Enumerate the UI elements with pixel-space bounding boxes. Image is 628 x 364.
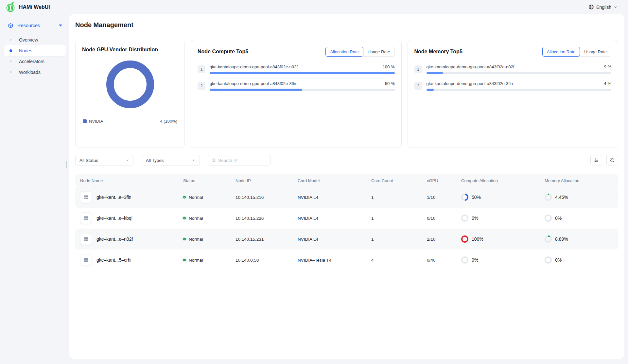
language-label: English [596, 5, 611, 10]
allocation-rate-tab[interactable]: Allocation Rate [542, 47, 580, 57]
node-ip: 10.140.15.216 [231, 195, 293, 200]
legend-swatch [83, 119, 87, 123]
card-count: 1 [366, 195, 422, 200]
card-count: 4 [366, 258, 422, 263]
gpu-vendor-card: Node GPU Vendor Distribution NVIDIA 4 (1… [75, 40, 185, 148]
status-filter-select[interactable]: All Status [75, 155, 133, 165]
compute-top5-card: Node Compute Top5 Allocation Rate Usage … [191, 40, 402, 148]
status-normal-icon [183, 238, 186, 240]
legend-item: NVIDIA 4 (100%) [82, 119, 178, 124]
vgpu: 0/40 [422, 258, 456, 263]
brand: HAMi WebUI [0, 2, 50, 12]
vgpu: 1/10 [422, 195, 456, 200]
top5-node-name: gke-kantaloupe-demo-gpu-pool-a843f02e-n0… [427, 64, 515, 69]
sidebar-item-label: Workloads [19, 70, 41, 75]
status-normal-icon [183, 259, 186, 261]
allocation-rate-tab[interactable]: Allocation Rate [325, 47, 363, 57]
column-settings-button[interactable] [590, 155, 602, 165]
rank-badge: 1 [414, 65, 422, 73]
table-header: Node Name Status Node IP Card Model Card… [75, 174, 618, 187]
table-row[interactable]: gke–kant...e–3fln Normal 10.140.15.216 N… [75, 187, 618, 208]
progress-bar [427, 89, 612, 91]
scrollbar-thumb[interactable] [66, 161, 67, 168]
tree-dot [10, 39, 11, 41]
sidebar-item-nodes[interactable]: Nodes [4, 45, 66, 56]
column-settings-icon [594, 158, 599, 163]
sidebar-group-resources[interactable]: Resources [0, 21, 69, 30]
memory-allocation-value: 8.89% [555, 236, 568, 242]
usage-rate-tab[interactable]: Usage Rate [580, 47, 611, 57]
top5-row: 1 gke-kantaloupe-demo-gpu-pool-a843f02e-… [198, 64, 395, 74]
sidebar-item-accelerators[interactable]: Accelerators [4, 56, 66, 67]
memory-top5-card: Node Memory Top5 Allocation Rate Usage R… [408, 40, 619, 148]
card-count: 1 [366, 216, 422, 221]
node-icon [80, 212, 92, 224]
memory-allocation-value: 4.45% [555, 195, 568, 200]
card-title: Node GPU Vendor Distribution [82, 47, 158, 53]
nodes-table: Node Name Status Node IP Card Model Card… [75, 174, 618, 270]
table-row[interactable]: gke–kant...5–crhi Normal 10.140.0.58 NVI… [75, 250, 618, 270]
language-selector[interactable]: English [588, 4, 618, 10]
chevron-down-icon [192, 158, 196, 162]
sidebar-item-label: Overview [19, 37, 38, 43]
top5-value: 9 % [604, 64, 611, 69]
node-name[interactable]: gke–kant...5–crhi [96, 257, 131, 263]
sidebar-item-overview[interactable]: Overview [4, 34, 66, 45]
memory-allocation-ring [545, 256, 552, 264]
legend-label: NVIDIA [89, 119, 103, 124]
node-ip: 10.140.0.58 [231, 258, 293, 263]
memory-allocation-ring [545, 215, 552, 222]
usage-rate-tab[interactable]: Usage Rate [363, 47, 395, 57]
node-icon [80, 254, 92, 266]
search-ip-input[interactable] [218, 158, 261, 163]
compute-allocation-value: 50% [472, 195, 481, 200]
memory-rate-toggle: Allocation Rate Usage Rate [542, 47, 611, 57]
sidebar: Resources Overview Nodes Accelerators Wo… [0, 14, 69, 364]
status-label: Normal [189, 237, 203, 242]
table-row[interactable]: gke–kant...e–n02f Normal 10.140.15.231 N… [75, 229, 618, 250]
node-name[interactable]: gke–kant...e–n02f [96, 236, 133, 242]
table-row[interactable]: gke–kant...e–kbql Normal 10.140.15.226 N… [75, 208, 618, 229]
sidebar-item-label: Accelerators [19, 59, 44, 64]
refresh-button[interactable] [606, 155, 618, 165]
card-model: NVIDIA L4 [293, 195, 366, 200]
compute-allocation-value: 0% [472, 216, 478, 221]
sidebar-tree: Overview Nodes Accelerators Workloads [0, 34, 69, 78]
top5-row: 1 gke-kantaloupe-demo-gpu-pool-a843f02e-… [414, 64, 612, 74]
node-name[interactable]: gke–kant...e–kbql [96, 216, 132, 221]
status-normal-icon [183, 196, 186, 199]
top-bar: HAMi WebUI English [0, 0, 628, 14]
rank-badge: 2 [198, 82, 205, 90]
card-title: Node Memory Top5 [414, 49, 462, 55]
node-icon [80, 191, 92, 203]
page-title: Node Management [75, 20, 618, 29]
card-title: Node Compute Top5 [198, 49, 248, 55]
top5-node-name: gke-kantaloupe-demo-gpu-pool-a843f02e-3f… [210, 81, 296, 86]
node-icon [80, 233, 92, 245]
stat-cards-row: Node GPU Vendor Distribution NVIDIA 4 (1… [75, 40, 618, 148]
tree-dot [9, 49, 12, 52]
top5-node-name: gke-kantaloupe-demo-gpu-pool-a843f02e-n0… [210, 64, 298, 69]
sidebar-item-label: Nodes [19, 48, 32, 53]
caret-down-icon [59, 25, 62, 26]
type-filter-select[interactable]: All Types [142, 155, 200, 165]
card-model: NVIDIA L4 [293, 237, 366, 242]
legend-value: 4 (100%) [160, 119, 177, 124]
tree-dot [10, 61, 11, 62]
memory-allocation-ring [545, 194, 552, 201]
sidebar-divider [7, 16, 63, 16]
compute-allocation-value: 100% [472, 236, 483, 242]
sidebar-item-workloads[interactable]: Workloads [4, 67, 66, 78]
chevron-down-icon [125, 158, 129, 162]
progress-bar [210, 89, 395, 91]
node-name[interactable]: gke–kant...e–3fln [96, 195, 131, 200]
memory-allocation-value: 0% [555, 257, 562, 263]
compute-allocation-value: 0% [472, 257, 478, 263]
refresh-icon [610, 158, 615, 163]
top5-row: 2 gke-kantaloupe-demo-gpu-pool-a843f02e-… [414, 81, 612, 91]
rank-badge: 2 [414, 82, 422, 90]
progress-bar [210, 72, 395, 74]
compute-rate-toggle: Allocation Rate Usage Rate [325, 47, 394, 57]
main-panel: Node Management Node GPU Vendor Distribu… [69, 14, 624, 359]
card-model: NVIDIA–Tesla T4 [293, 258, 366, 263]
